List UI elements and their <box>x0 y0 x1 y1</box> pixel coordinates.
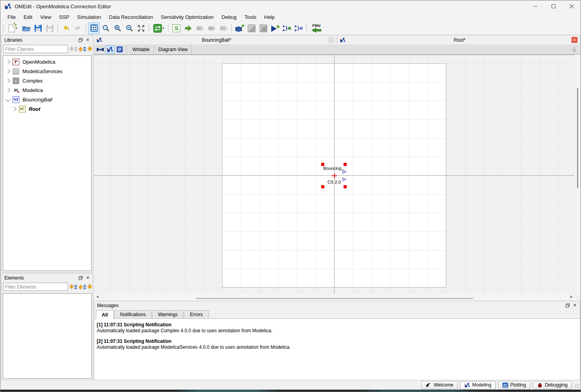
chevron-right-icon[interactable] <box>12 107 16 111</box>
filter-elements-input[interactable] <box>3 283 68 291</box>
zoom-in-button[interactable] <box>112 22 123 34</box>
output-port-icon[interactable] <box>342 177 346 181</box>
diagram-view-button[interactable] <box>105 45 115 54</box>
menu-tools[interactable]: Tools <box>241 13 260 21</box>
horizontal-scrollbar[interactable] <box>94 294 575 300</box>
tree-item-modelicaservices[interactable]: ModelicaServices <box>3 66 91 76</box>
model-icon <box>96 37 102 43</box>
tab-root[interactable]: Root* ✕ <box>337 35 581 44</box>
menu-edit[interactable]: Edit <box>20 13 36 21</box>
menu-sensitivity-optimization[interactable]: Sensitivity Optimization <box>157 13 217 21</box>
scroll-to-active-icon[interactable] <box>87 283 92 291</box>
vertical-scrollbar[interactable] <box>574 55 580 294</box>
tab-notifications[interactable]: Notifications <box>114 310 151 318</box>
fit-to-diagram-button[interactable] <box>135 22 147 34</box>
expand-all-icon[interactable] <box>78 45 86 53</box>
float-icon[interactable] <box>77 275 84 281</box>
chevron-right-icon[interactable] <box>6 69 10 73</box>
expand-all-icon[interactable] <box>78 283 86 291</box>
tab-close-icon[interactable]: ✕ <box>329 37 335 43</box>
perspective-welcome[interactable]: Welcome <box>421 381 458 389</box>
chevron-right-icon[interactable] <box>6 88 10 92</box>
float-icon[interactable] <box>564 302 571 309</box>
redo-button[interactable] <box>72 22 84 34</box>
resize-handle-top-left[interactable] <box>321 163 324 166</box>
tree-item-root[interactable]: WC Root <box>3 104 91 114</box>
tab-warnings[interactable]: Warnings <box>152 310 184 318</box>
resize-handle-bottom-right[interactable] <box>344 185 347 188</box>
chevron-down-icon[interactable] <box>6 97 10 101</box>
collapse-all-icon[interactable] <box>69 45 77 53</box>
messages-list: [1] 11:07:31 Scripting Notification Auto… <box>94 319 580 380</box>
menu-file[interactable]: File <box>4 13 20 21</box>
add-system-button[interactable] <box>234 22 246 34</box>
chevron-right-icon[interactable] <box>6 59 10 64</box>
menu-ssp[interactable]: SSP <box>55 13 73 21</box>
zoom-out-button[interactable] <box>123 22 135 34</box>
tab-all[interactable]: All <box>96 310 114 319</box>
resize-grip[interactable] <box>575 384 579 388</box>
add-or-edit-icon-button[interactable] <box>246 22 257 34</box>
menu-view[interactable]: View <box>36 13 55 21</box>
perspective-debugging[interactable]: Debugging <box>533 381 572 389</box>
simulate-transformational-debugger-button[interactable] <box>194 22 206 34</box>
icon-view-button[interactable] <box>95 45 105 54</box>
close-button[interactable] <box>563 0 581 12</box>
tab-close-icon[interactable]: ✕ <box>572 37 577 43</box>
tab-bouncingball[interactable]: BouncingBall* ✕ <box>94 35 337 44</box>
add-submodel-button[interactable] <box>269 22 281 34</box>
save-as-button[interactable] <box>44 22 56 34</box>
import-fmu-button[interactable]: FMU <box>309 22 324 34</box>
new-model-button[interactable]: ▾ <box>6 22 20 34</box>
scrollbar-thumb[interactable] <box>577 88 578 188</box>
text-view-button[interactable] <box>115 45 125 54</box>
save-button[interactable] <box>32 22 44 34</box>
window-title: OMEdit - OpenModelica Connection Editor <box>15 4 111 9</box>
output-port-icon[interactable] <box>342 170 346 174</box>
tree-item-bouncingball[interactable]: M BouncingBall <box>3 95 91 104</box>
maximize-button[interactable] <box>544 0 563 12</box>
open-model-button[interactable] <box>20 22 32 34</box>
menu-simulation[interactable]: Simulation <box>73 13 105 21</box>
scroll-to-active-icon[interactable] <box>87 45 92 53</box>
close-icon[interactable]: ✕ <box>84 275 91 281</box>
simulation-setup-button[interactable]: S <box>171 22 182 34</box>
collapse-all-icon[interactable] <box>69 283 77 291</box>
perspective-plotting[interactable]: Plotting <box>498 381 530 389</box>
simulate-algorithmic-debugger-button[interactable] <box>206 22 218 34</box>
view-mode-label[interactable]: Diagram View <box>154 44 192 55</box>
perspective-modeling[interactable]: Modeling <box>460 381 496 389</box>
float-icon[interactable] <box>77 37 84 43</box>
scroll-right-icon[interactable] <box>570 295 573 298</box>
scroll-left-icon[interactable] <box>96 295 99 298</box>
add-submodel-icon <box>270 24 280 33</box>
simulate-animation-button[interactable] <box>218 22 230 34</box>
add-bus-button[interactable] <box>281 22 293 34</box>
menu-data-reconciliation[interactable]: Data Reconciliation <box>105 13 157 21</box>
lock-icon[interactable] <box>570 45 579 54</box>
tab-errors[interactable]: Errors <box>184 310 209 318</box>
tree-item-openmodelica[interactable]: P OpenModelica <box>3 57 91 66</box>
minimize-button[interactable] <box>526 0 544 12</box>
zoom-button[interactable] <box>100 22 112 34</box>
menu-debug[interactable]: Debug <box>217 13 240 21</box>
connect-mode-button[interactable]: ▾ <box>151 22 166 34</box>
undo-button[interactable] <box>60 22 72 34</box>
scrollbar-thumb[interactable] <box>196 298 473 299</box>
filter-classes-input[interactable] <box>3 45 68 53</box>
close-icon[interactable]: ✕ <box>84 37 91 43</box>
tree-item-modelica[interactable]: m Modelica <box>3 85 91 95</box>
diagram-canvas[interactable]: Bouncing... CS 2.0 <box>94 55 575 294</box>
messages-title: Messages <box>97 303 119 308</box>
delete-icon-button[interactable] <box>257 22 269 34</box>
resize-handle-top-right[interactable] <box>344 163 347 166</box>
simulate-button[interactable] <box>182 22 194 34</box>
menu-help[interactable]: Help <box>260 13 279 21</box>
tree-item-complex[interactable]: c Complex <box>3 76 91 85</box>
show-grid-button[interactable] <box>88 22 100 34</box>
chevron-right-icon[interactable] <box>6 78 10 83</box>
resize-handle-bottom-left[interactable] <box>321 185 324 188</box>
add-tlm-bus-button[interactable] <box>293 22 305 34</box>
writable-button[interactable]: Writable <box>128 44 154 55</box>
close-icon[interactable]: ✕ <box>571 302 578 309</box>
